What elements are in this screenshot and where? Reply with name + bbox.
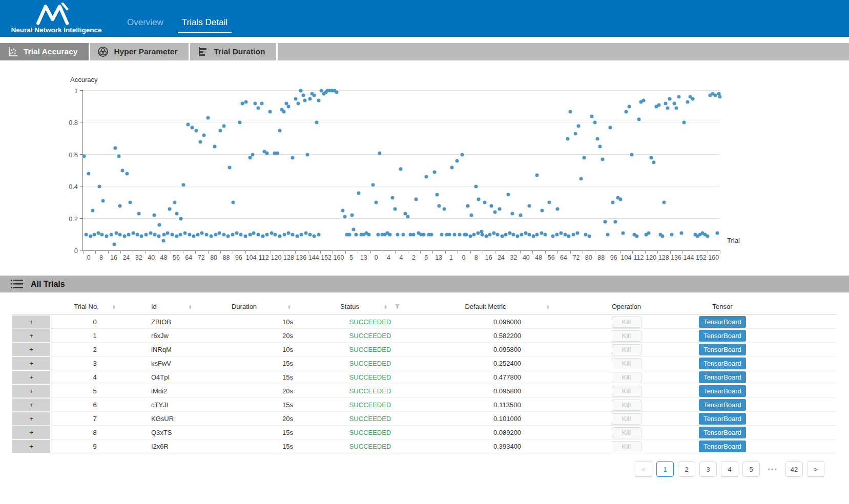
kill-button[interactable]: Kill (612, 372, 641, 383)
pagination-page-3[interactable]: 3 (699, 461, 717, 477)
tensorboard-button[interactable]: TensorBoard (699, 330, 746, 342)
scatter-point (218, 231, 221, 235)
x-tick-mark (183, 250, 183, 254)
sort-icon[interactable]: ▲▼ (189, 304, 192, 309)
kill-button[interactable]: Kill (612, 344, 641, 355)
scatter-point (252, 231, 256, 235)
kill-button[interactable]: Kill (612, 330, 641, 342)
tensorboard-button[interactable]: TensorBoard (699, 316, 746, 328)
row-expand-button[interactable]: + (12, 329, 50, 342)
tensorboard-button[interactable]: TensorBoard (699, 399, 746, 411)
tensorboard-button[interactable]: TensorBoard (699, 413, 746, 425)
x-tick-mark (695, 250, 695, 254)
scatter-point (256, 233, 260, 236)
tab-trial-duration[interactable]: Trial Duration (190, 43, 278, 60)
scatter-point (515, 234, 519, 238)
tensorboard-button[interactable]: TensorBoard (699, 427, 746, 438)
tensorboard-button[interactable]: TensorBoard (699, 440, 746, 452)
scatter-point (575, 231, 579, 235)
kill-button[interactable]: Kill (612, 441, 641, 452)
row-expand-button[interactable]: + (12, 371, 50, 384)
cell-duration: 15s (210, 429, 313, 436)
x-tick-mark (208, 250, 209, 254)
scatter-point (628, 105, 631, 109)
scatter-point (239, 233, 243, 236)
header-default-metric[interactable]: Default Metric ▲▼ (428, 303, 587, 310)
sort-icon[interactable]: ▲▼ (384, 304, 387, 309)
table-row: + 9 I2x6R 15s SUCCEEDED 0.393400 Kill Te… (12, 439, 837, 453)
x-tick-mark (432, 250, 433, 254)
pagination-next-button[interactable]: > (807, 461, 824, 477)
tab-trial-accuracy[interactable]: Trial Accuracy (0, 43, 90, 60)
kill-button[interactable]: Kill (612, 358, 641, 369)
kill-button[interactable]: Kill (612, 427, 641, 438)
scatter-point (161, 239, 165, 243)
scatter-point (347, 233, 351, 236)
x-tick-label: 32 (507, 254, 520, 261)
table-row: + 5 iMdi2 20s SUCCEEDED 0.095800 Kill Te… (12, 384, 837, 398)
nav-item-trials-detail[interactable]: Trials Detail (173, 17, 237, 37)
tensorboard-button[interactable]: TensorBoard (699, 385, 746, 397)
scatter-point (583, 156, 586, 160)
pagination-ellipsis[interactable]: ••• (764, 461, 781, 477)
kill-button[interactable]: Kill (612, 413, 641, 425)
row-expand-button[interactable]: + (12, 412, 50, 425)
pagination-prev-button[interactable]: < (635, 461, 652, 477)
row-expand-button[interactable]: + (12, 357, 50, 370)
pagination-page-42[interactable]: 42 (785, 461, 803, 477)
cell-status: SUCCEEDED (313, 387, 428, 395)
scatter-point (188, 233, 191, 236)
tensorboard-button[interactable]: TensorBoard (699, 358, 746, 369)
nav-item-overview[interactable]: Overview (118, 17, 173, 37)
row-expand-button[interactable]: + (12, 316, 50, 328)
table-header-row: Trial No. ▲▼ Id ▲▼ Duration ▲▼ Status ▲▼… (12, 299, 837, 315)
x-tick-label: 13 (432, 254, 445, 261)
header-id[interactable]: Id ▲▼ (138, 303, 210, 310)
scatter-point (524, 231, 527, 235)
pagination-page-2[interactable]: 2 (678, 461, 695, 477)
pagination-page-4[interactable]: 4 (721, 461, 738, 477)
scatter-point (664, 101, 668, 105)
cell-id: iMdi2 (138, 387, 210, 395)
scatter-point (675, 107, 678, 110)
sort-icon[interactable]: ▲▼ (546, 304, 550, 309)
scatter-point (447, 233, 451, 236)
x-tick-mark (545, 250, 546, 254)
row-expand-button[interactable]: + (12, 385, 50, 397)
x-tick-mark (483, 250, 483, 254)
pagination-page-5[interactable]: 5 (742, 461, 760, 477)
cell-duration: 20s (210, 387, 313, 395)
x-tick-label: 24 (120, 254, 132, 261)
header-status[interactable]: Status ▲▼ (313, 303, 428, 310)
scatter-point (716, 231, 719, 235)
kill-button[interactable]: Kill (612, 317, 641, 328)
scatter-point (214, 233, 217, 236)
scatter-point (308, 233, 312, 236)
tab-hyper-parameter[interactable]: Hyper Parameter (90, 43, 190, 60)
sort-icon[interactable]: ▲▼ (287, 304, 291, 309)
x-tick-mark (495, 250, 495, 254)
tensorboard-button[interactable]: TensorBoard (699, 371, 746, 383)
header-duration[interactable]: Duration ▲▼ (210, 303, 313, 310)
cell-default-metric: 0.252400 (428, 360, 587, 367)
scatter-point (476, 231, 480, 235)
scatter-point (492, 231, 495, 235)
row-expand-button[interactable]: + (12, 426, 50, 439)
scatter-point (455, 159, 459, 163)
scatter-point (179, 233, 182, 236)
y-tick-label: 1 (74, 87, 78, 95)
row-expand-button[interactable]: + (12, 398, 50, 411)
pagination-page-1[interactable]: 1 (656, 461, 674, 477)
sort-icon[interactable]: ▲▼ (112, 304, 116, 309)
header-trial-no[interactable]: Trial No. ▲▼ (51, 303, 138, 310)
scatter-point (619, 198, 623, 201)
x-tick-label: 0 (458, 254, 470, 261)
row-expand-button[interactable]: + (12, 343, 50, 356)
kill-button[interactable]: Kill (612, 400, 641, 411)
row-expand-button[interactable]: + (12, 440, 50, 453)
filter-icon[interactable] (395, 304, 400, 309)
scatter-point (268, 110, 272, 113)
scatter-point (481, 233, 484, 236)
tensorboard-button[interactable]: TensorBoard (699, 344, 746, 355)
kill-button[interactable]: Kill (612, 386, 641, 397)
